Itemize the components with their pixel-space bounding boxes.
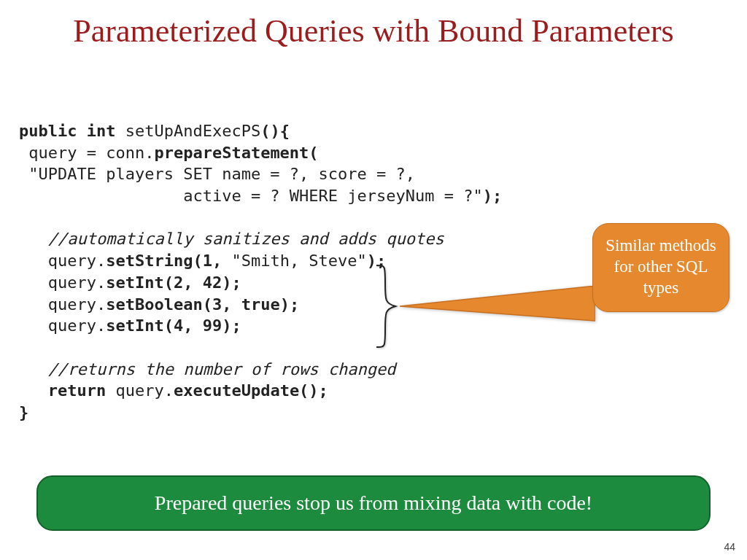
code-method: prepareStatement( [154,144,318,162]
code-method: setString(1, [106,252,231,270]
code-method: executeUpdate(); [174,381,328,400]
code-kw: return [19,381,115,400]
callout-box: Similar methods for other SQL types [592,223,729,312]
code-block: public int setUpAndExecPS(){ query = con… [19,120,502,424]
code-comment: //returns the number of rows changed [19,360,396,378]
code-comment: //automatically sanitizes and adds quote… [19,230,444,248]
page-number: 44 [724,541,735,553]
code-text: query. [115,381,173,400]
code-sql: active = ? WHERE jerseyNum = ?" [19,187,483,205]
slide: Parameterized Queries with Bound Paramet… [0,0,747,560]
code-method: setBoolean(3, true); [106,295,299,314]
code-fn: setUpAndExecPS [125,122,260,140]
callout-pointer-icon [400,286,595,332]
code-text: query. [19,273,106,292]
code-text: query = conn. [19,144,154,162]
code-punc: (){ [260,122,290,140]
code-text: query. [19,316,106,335]
svg-marker-0 [400,286,595,321]
code-method: setInt(4, 99); [106,316,241,335]
footer-banner: Prepared queries stop us from mixing dat… [36,475,711,531]
code-sql: "UPDATE players SET name = ?, score = ?, [19,165,415,183]
code-text: query. [19,252,106,270]
slide-title: Parameterized Queries with Bound Paramet… [0,0,747,50]
curly-bracket-icon [372,262,401,350]
code-punc: } [19,403,28,421]
callout-text: Similar methods for other SQL types [592,223,729,312]
code-method: setInt(2, 42); [106,273,241,292]
code-punc: ); [483,187,503,205]
code-str: "Smith, Steve" [231,252,366,270]
code-text: query. [19,295,106,314]
code-kw: public int [19,122,125,140]
